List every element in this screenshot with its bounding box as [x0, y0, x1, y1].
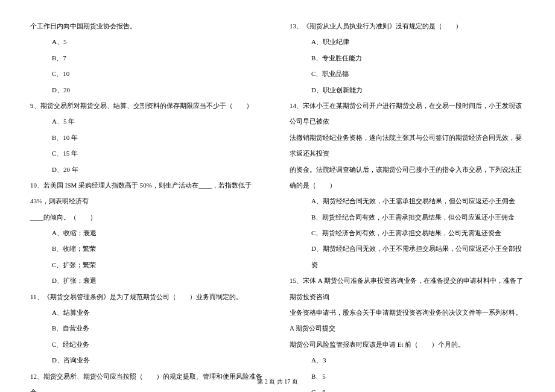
q9-option-a: A、5 年 — [30, 113, 265, 129]
q9-text: 9、期货交易所对期货交易、结算、交割资料的保存期限应当不少于（ ） — [30, 98, 265, 113]
page-footer: 第 2 页 共 17 页 — [0, 378, 555, 386]
q14-option-c: C、期货经济合同有效，小王需承担交易结果，公司无需返还资金 — [290, 225, 525, 241]
q11-text: 11、《期货交易管理条例》是为了规范期货公司（ ）业务而制定的。 — [30, 289, 265, 305]
q14-option-b: B、期货经纪合同有效，小王需承担交易结果，但公司应返还小王佣金 — [290, 209, 525, 225]
q11-option-b: B、自营业务 — [30, 320, 265, 336]
q8-option-c: C、10 — [30, 66, 265, 81]
right-column: 13、《期货从业人员执业行为准则》没有规定的是（ ） A、职业纪律 B、专业胜任… — [290, 18, 525, 368]
left-column: 个工作日内向中国期货业协会报告。 A、5 B、7 C、10 D、20 9、期货交… — [30, 18, 265, 368]
q15-option-a: A、3 — [290, 352, 525, 368]
q13-option-b: B、专业胜任能力 — [290, 50, 525, 66]
q13-text: 13、《期货从业人员执业行为准则》没有规定的是（ ） — [290, 18, 525, 34]
q8-option-a: A、5 — [30, 34, 265, 49]
q11-option-c: C、经纪业务 — [30, 337, 265, 352]
q11-option-a: A、结算业务 — [30, 305, 265, 320]
q15-line3: 期货公司风险监管报表时应该是申请 Et 前（ ）个月的。 — [290, 337, 525, 352]
q13-option-a: A、职业纪律 — [290, 34, 525, 49]
q11-option-d: D、咨询业务 — [30, 352, 265, 368]
q13-option-c: C、职业品德 — [290, 66, 525, 81]
q10-text: 10、若美国 ISM 采购经理人指数高于 50%，则生产活动在____，若指数低… — [30, 177, 265, 209]
q10-trailing-text: ____的倾向。（ ） — [30, 209, 265, 225]
q8-trailing-text: 个工作日内向中国期货业协会报告。 — [30, 18, 265, 34]
q10-option-d: D、扩张；衰退 — [30, 273, 265, 288]
q8-option-b: B、7 — [30, 50, 265, 66]
q15-text: 15、宋体 A 期货公司准备从事投资咨询业务，在准备提交的申请材料中，准备了期货… — [290, 273, 525, 305]
q14-line3: 的资金。法院经调查确认后，该期货公司已接小王的指令入市交易，下列说法正确的是（ … — [290, 162, 525, 194]
q9-option-c: C、15 年 — [30, 145, 265, 161]
q10-option-c: C、扩张；繁荣 — [30, 257, 265, 273]
q14-option-d: D、期货经纪合同无效，小王不需承担交易结果，公司应返还小王全部投资 — [290, 241, 525, 273]
q14-option-a: A、期货经纪合同无效，小王需承担交易结果，但公司应返还小王佣金 — [290, 193, 525, 209]
q14-line2: 法撤销期货经纪业务资格，遂向法院主张其与公司签订的期货经济合同无效，要求返还其投… — [290, 130, 525, 162]
q13-option-d: D、职业创新能力 — [290, 82, 525, 98]
q9-option-b: B、10 年 — [30, 130, 265, 145]
q10-option-b: B、收缩；繁荣 — [30, 241, 265, 256]
q15-line2: 业务资格申请书，股东会关于申请期货投资咨询业务的决议文件等一系列材料。A 期货公… — [290, 305, 525, 337]
q9-option-d: D、20 年 — [30, 162, 265, 177]
q14-text: 14、宋体小王在某期货公司开户进行期货交易，在交易一段时间后，小王发现该公司早已… — [290, 98, 525, 130]
q8-option-d: D、20 — [30, 82, 265, 98]
q10-option-a: A、收缩；衰退 — [30, 225, 265, 241]
